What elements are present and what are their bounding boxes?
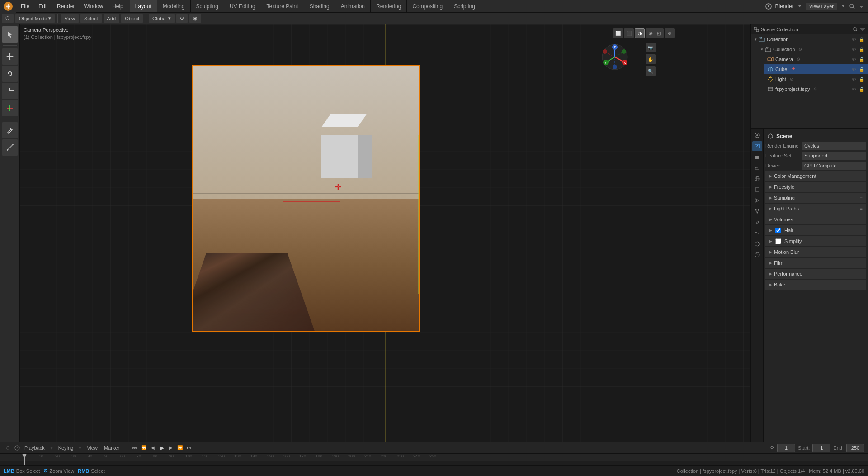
menu-window[interactable]: Window: [79, 0, 108, 12]
timeline-playback-tab[interactable]: Playback: [23, 445, 47, 451]
editor-type-button[interactable]: ⬡: [2, 14, 14, 23]
menu-edit[interactable]: Edit: [34, 0, 52, 12]
object-menu-button[interactable]: Object: [121, 14, 143, 23]
physics-props-button[interactable]: [752, 217, 762, 227]
select-tool-button[interactable]: [2, 26, 18, 43]
light-paths-header[interactable]: ▶ Light Paths ≡: [765, 204, 866, 214]
prev-keyframe-button[interactable]: ⏪: [140, 444, 147, 452]
tab-rendering[interactable]: Rendering: [371, 0, 407, 12]
timeline-track[interactable]: 0 10 20 30 40 50 60 70 80 90 100 110 120…: [0, 454, 868, 465]
outliner-item-camera[interactable]: Camera ⚙ 👁 🔒: [764, 54, 868, 64]
data-props-button[interactable]: [752, 239, 762, 249]
view-layer-button[interactable]: View Layer: [806, 3, 837, 10]
add-menu-button[interactable]: Add: [104, 14, 120, 23]
box-select-status[interactable]: LMB Box Select: [4, 468, 40, 474]
feature-set-value[interactable]: Supported: [802, 152, 866, 160]
volumes-header[interactable]: ▶ Volumes: [765, 214, 866, 224]
outliner-item-collection[interactable]: ▾ Collection ⚙ 👁 🔒: [757, 44, 868, 54]
overlay-toggle[interactable]: ◱: [654, 28, 664, 38]
select-status[interactable]: RMB Select: [78, 468, 105, 474]
add-workspace-button[interactable]: +: [481, 0, 491, 12]
outliner-item-scene-collection[interactable]: ▾ Collection 👁 🔒: [751, 34, 868, 44]
modifier-props-button[interactable]: [752, 195, 762, 205]
wireframe-button[interactable]: ⬜: [613, 28, 623, 38]
outliner-item-fspy[interactable]: fspyproject.fspy ⚙ 👁 🔒: [764, 84, 868, 94]
material-button[interactable]: ◑: [635, 28, 645, 38]
viewport[interactable]: Camera Perspective (1) Collection | fspy…: [20, 24, 750, 442]
move-tool-button[interactable]: [2, 48, 18, 65]
constraints-props-button[interactable]: [752, 228, 762, 238]
jump-end-button[interactable]: ⏭: [185, 444, 193, 452]
scale-tool-button[interactable]: [2, 83, 18, 99]
object-mode-button[interactable]: Object Mode ▾: [15, 14, 55, 23]
particles-props-button[interactable]: [752, 206, 762, 216]
material-props-button[interactable]: [752, 250, 762, 260]
start-frame-input[interactable]: [812, 444, 830, 452]
timeline-marker-tab[interactable]: Marker: [102, 445, 121, 451]
solid-button[interactable]: ⬛: [624, 28, 634, 38]
current-frame-input[interactable]: [777, 444, 795, 452]
outliner-item-cube[interactable]: Cube 👁 🔒: [764, 64, 868, 74]
simplify-checkbox[interactable]: [775, 238, 781, 244]
tab-shading[interactable]: Shading: [304, 0, 335, 12]
step-forward-button[interactable]: ▶: [167, 444, 175, 452]
end-frame-input[interactable]: [846, 444, 864, 452]
scene-props-button[interactable]: [752, 163, 762, 173]
freestyle-header[interactable]: ▶ Freestyle: [765, 182, 866, 192]
play-button[interactable]: ▶: [158, 444, 165, 452]
tab-animation[interactable]: Animation: [335, 0, 371, 12]
zoom-view-button[interactable]: 🔍: [646, 66, 656, 76]
tab-modeling[interactable]: Modeling: [157, 0, 191, 12]
timeline-editor-type[interactable]: ⬡: [4, 444, 12, 452]
search-icon[interactable]: [849, 3, 855, 10]
outliner-item-light[interactable]: Light ⊙ 👁 🔒: [764, 74, 868, 84]
rotate-tool-button[interactable]: [2, 66, 18, 82]
menu-file[interactable]: File: [16, 0, 34, 12]
motion-blur-header[interactable]: ▶ Motion Blur: [765, 247, 866, 257]
tab-sculpting[interactable]: Sculpting: [191, 0, 224, 12]
annotate-tool-button[interactable]: [2, 122, 18, 138]
zoom-view-status[interactable]: ⊙ Zoom View: [43, 468, 74, 474]
camera-view-button[interactable]: 📷: [646, 43, 656, 52]
menu-help[interactable]: Help: [108, 0, 128, 12]
bake-header[interactable]: ▶ Bake: [765, 280, 866, 290]
timeline-view-tab[interactable]: View: [85, 445, 99, 451]
output-props-button[interactable]: [752, 141, 762, 151]
simplify-header[interactable]: ▶ Simplify: [765, 236, 866, 246]
view-menu-button[interactable]: View: [61, 14, 79, 23]
view-layer-props-button[interactable]: [752, 152, 762, 162]
transform-tool-button[interactable]: [2, 100, 18, 116]
navigation-gizmo[interactable]: Z X Y: [600, 43, 629, 71]
world-props-button[interactable]: [752, 174, 762, 184]
device-value[interactable]: GPU Compute: [802, 162, 866, 170]
tab-texture-paint[interactable]: Texture Paint: [261, 0, 304, 12]
render-props-button[interactable]: [752, 130, 762, 140]
select-menu-button[interactable]: Select: [80, 14, 102, 23]
hair-header[interactable]: ▶ Hair: [765, 225, 866, 235]
snap-toggle[interactable]: ⊙: [176, 14, 188, 23]
gizmo-toggle[interactable]: ⊕: [665, 28, 675, 38]
tab-compositing[interactable]: Compositing: [407, 0, 448, 12]
sampling-header[interactable]: ▶ Sampling ≡: [765, 193, 866, 203]
move-view-button[interactable]: ✋: [646, 54, 656, 64]
jump-start-button[interactable]: ⏮: [131, 444, 138, 452]
tab-uv-editing[interactable]: UV Editing: [224, 0, 261, 12]
filter-icon[interactable]: [858, 3, 864, 10]
tab-scripting[interactable]: Scripting: [448, 0, 481, 12]
film-header[interactable]: ▶ Film: [765, 258, 866, 268]
transform-space-button[interactable]: Global▾: [149, 14, 175, 23]
performance-header[interactable]: ▶ Performance: [765, 269, 866, 279]
hair-checkbox[interactable]: [775, 228, 781, 233]
object-props-button[interactable]: [752, 185, 762, 195]
outliner-filter-icon[interactable]: [860, 27, 865, 32]
timeline-keying-tab[interactable]: Keying: [57, 445, 75, 451]
outliner-search-icon[interactable]: [853, 27, 858, 32]
measure-tool-button[interactable]: [2, 139, 18, 156]
step-back-button[interactable]: ◀: [149, 444, 156, 452]
menu-render[interactable]: Render: [52, 0, 79, 12]
color-management-header[interactable]: ▶ Color Management: [765, 171, 866, 181]
proportional-editing[interactable]: ◉: [189, 14, 201, 23]
tab-layout[interactable]: Layout: [130, 0, 157, 12]
render-engine-value[interactable]: Cycles: [802, 142, 866, 150]
next-keyframe-button[interactable]: ⏩: [176, 444, 184, 452]
